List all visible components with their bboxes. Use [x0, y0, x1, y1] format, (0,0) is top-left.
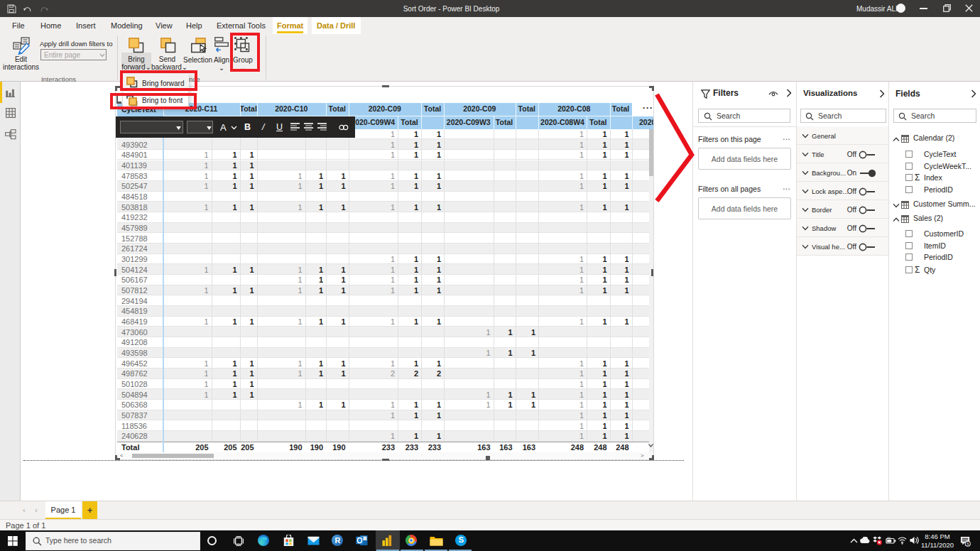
svg-text:5: 5 — [967, 542, 969, 546]
